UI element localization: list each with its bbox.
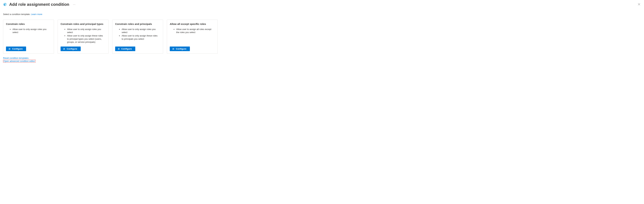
- card-bullet: Allow user to only assign these roles to…: [67, 34, 106, 44]
- settings-icon: [63, 48, 65, 50]
- card-content: Constrain roles Allow user to only assig…: [6, 22, 51, 36]
- reset-templates-link[interactable]: Reset condition templates: [3, 57, 29, 59]
- svg-point-20: [119, 49, 119, 49]
- close-button[interactable]: [637, 2, 641, 7]
- settings-icon: [8, 48, 11, 50]
- card-content: Constrain roles and principal types Allo…: [60, 22, 106, 46]
- more-icon[interactable]: ···: [73, 3, 76, 6]
- configure-button[interactable]: Configure: [170, 46, 190, 51]
- svg-point-14: [64, 49, 65, 49]
- configure-label: Configure: [176, 47, 186, 50]
- card-constrain-roles: Constrain roles Allow user to only assig…: [3, 19, 54, 54]
- svg-point-8: [10, 49, 10, 49]
- svg-point-6: [9, 48, 10, 49]
- prompt-text: Select a condition template. Learn more: [3, 13, 641, 15]
- configure-label: Configure: [121, 47, 132, 50]
- card-title: Allow all except specific roles: [170, 22, 215, 25]
- card-bullet: Allow user to assign all roles except th…: [176, 28, 215, 34]
- svg-point-10: [9, 49, 10, 50]
- svg-point-24: [173, 48, 173, 49]
- configure-button[interactable]: Configure: [60, 46, 81, 51]
- card-title: Constrain roles: [6, 22, 51, 25]
- svg-point-26: [173, 49, 174, 49]
- card-bullet: Allow user to only assign these roles to…: [122, 34, 160, 40]
- footer-links: Reset condition templates Open advanced …: [3, 57, 641, 62]
- svg-point-16: [64, 49, 64, 50]
- card-title: Constrain roles and principals: [115, 22, 160, 25]
- page-title: Add role assignment condition: [9, 2, 69, 7]
- settings-icon: [172, 48, 174, 50]
- configure-label: Configure: [67, 47, 77, 50]
- svg-point-28: [173, 49, 173, 50]
- header-left: Add role assignment condition ···: [3, 2, 76, 7]
- card-title: Constrain roles and principal types: [60, 22, 106, 25]
- card-bullets: Allow user to assign all roles except th…: [170, 28, 215, 34]
- card-bullets: Allow user to only assign roles you sele…: [6, 28, 51, 34]
- settings-icon: [118, 48, 120, 50]
- card-bullets: Allow user to only assign roles you sele…: [115, 28, 160, 40]
- svg-point-22: [118, 49, 118, 50]
- learn-more-link[interactable]: Learn more: [31, 13, 42, 15]
- card-content: Allow all except specific roles Allow us…: [170, 22, 215, 36]
- card-constrain-roles-principals: Constrain roles and principals Allow use…: [112, 19, 163, 54]
- prompt-label: Select a condition template.: [3, 13, 31, 15]
- close-icon: [638, 3, 640, 5]
- cube-icon: [3, 2, 7, 6]
- svg-point-18: [118, 48, 119, 49]
- card-bullet: Allow user to only assign roles you sele…: [12, 28, 51, 34]
- svg-point-12: [64, 48, 64, 49]
- page-header: Add role assignment condition ···: [3, 2, 641, 7]
- card-bullet: Allow user to only assign roles you sele…: [67, 28, 106, 34]
- configure-button[interactable]: Configure: [115, 46, 135, 51]
- cards-container: Constrain roles Allow user to only assig…: [3, 19, 641, 54]
- card-constrain-roles-principal-types: Constrain roles and principal types Allo…: [58, 19, 108, 54]
- card-content: Constrain roles and principals Allow use…: [115, 22, 160, 43]
- card-bullets: Allow user to only assign roles you sele…: [60, 28, 106, 44]
- configure-label: Configure: [12, 47, 22, 50]
- card-allow-except-roles: Allow all except specific roles Allow us…: [167, 19, 218, 54]
- card-bullet: Allow user to only assign roles you sele…: [122, 28, 160, 34]
- configure-button[interactable]: Configure: [6, 46, 26, 51]
- open-advanced-editor-link[interactable]: Open advanced condition editor: [3, 60, 36, 62]
